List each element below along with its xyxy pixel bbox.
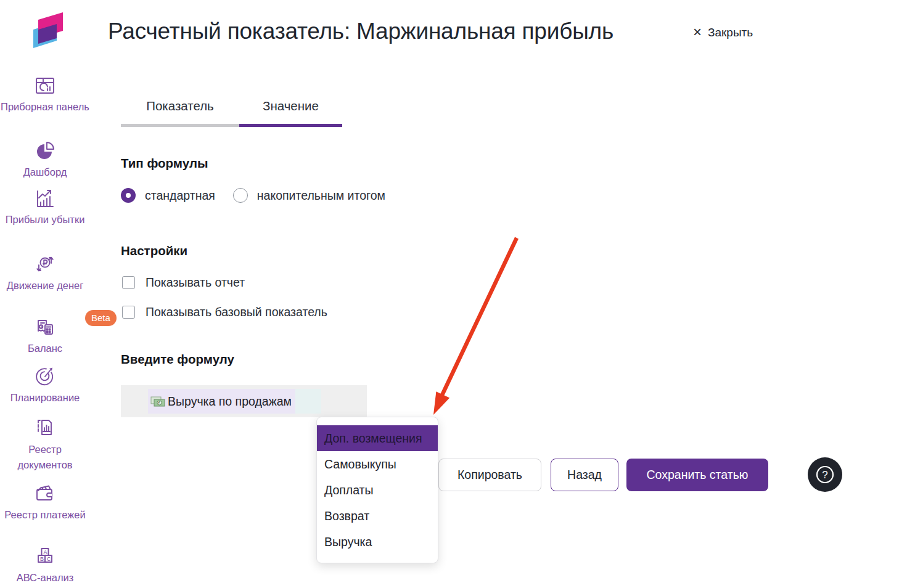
- sidebar-item-dashboard[interactable]: Дашборд: [0, 139, 90, 180]
- sidebar: Приборная панель Дашборд: [0, 0, 90, 588]
- radio-unselected-icon[interactable]: [233, 188, 248, 203]
- checkbox-icon[interactable]: [122, 306, 135, 319]
- help-button[interactable]: ?: [808, 457, 842, 492]
- dropdown-item-samovykupy[interactable]: Самовыкупы: [317, 451, 438, 477]
- dropdown-item-dop-vozmeshcheniya[interactable]: Доп. возмещения: [317, 425, 438, 451]
- beta-badge: Beta: [85, 310, 117, 326]
- formula-type-heading: Тип формулы: [121, 156, 208, 171]
- dropdown-item-vozvrat[interactable]: Возврат: [317, 503, 438, 529]
- tab-bar: Показатель Значение: [121, 99, 342, 127]
- svg-text:$: $: [40, 324, 43, 329]
- close-icon: ×: [693, 25, 702, 39]
- sidebar-item-label: АВС-анализ: [0, 570, 90, 586]
- sidebar-item-profit-loss[interactable]: Прибыли убытки: [0, 187, 90, 227]
- settings-heading: Настройки: [121, 243, 187, 258]
- checkbox-show-report[interactable]: Показывать отчет: [122, 276, 245, 290]
- abc-blocks-icon: А В С: [33, 545, 57, 568]
- sidebar-item-document-registry[interactable]: Реестр документов: [0, 417, 90, 473]
- sidebar-item-label: Прибыли убытки: [0, 212, 90, 227]
- radio-option-standard[interactable]: стандартная: [121, 188, 215, 203]
- formula-input[interactable]: € Выручка по продажам: [121, 385, 367, 417]
- page-title: Расчетный показатель: Маржинальная прибы…: [108, 18, 613, 44]
- dropdown-item-doplaty[interactable]: Доплаты: [317, 477, 438, 503]
- sidebar-item-balance[interactable]: $ Beta Баланс: [0, 316, 90, 356]
- sidebar-item-payment-registry[interactable]: Реестр платежей: [0, 482, 90, 523]
- radio-label: стандартная: [145, 189, 215, 203]
- app-logo[interactable]: [25, 10, 68, 51]
- sidebar-item-label: Планирование: [0, 390, 90, 406]
- svg-text:А: А: [44, 549, 47, 555]
- back-button[interactable]: Назад: [551, 459, 618, 491]
- formula-suggestions-dropdown: Доп. возмещения Самовыкупы Доплаты Возвр…: [316, 417, 438, 563]
- banknote-icon: €: [150, 395, 166, 408]
- dropdown-item-vyruchka[interactable]: Выручка: [317, 529, 438, 555]
- sidebar-item-label: Дашборд: [0, 165, 90, 180]
- document-registry-icon: [33, 417, 57, 440]
- sidebar-item-planning[interactable]: Планирование: [0, 365, 90, 406]
- save-article-button[interactable]: Сохранить статью: [626, 459, 768, 491]
- checkbox-label: Показывать базовый показатель: [146, 305, 327, 319]
- app-window: Приборная панель Дашборд: [0, 0, 915, 588]
- tab-indicator[interactable]: Показатель: [121, 99, 239, 127]
- question-icon: ?: [814, 463, 836, 486]
- close-label: Закрыть: [708, 25, 753, 41]
- annotation-arrow: [419, 229, 530, 427]
- enter-formula-heading: Введите формулу: [121, 352, 234, 367]
- svg-text:?: ?: [822, 469, 827, 481]
- formula-type-options: стандартная накопительным итогом: [121, 188, 385, 203]
- close-button[interactable]: × Закрыть: [693, 25, 753, 41]
- planning-target-icon: [33, 365, 57, 388]
- svg-text:С: С: [47, 556, 51, 562]
- checkbox-show-base-indicator[interactable]: Показывать базовый показатель: [122, 305, 327, 319]
- sidebar-item-label: Баланс: [0, 341, 90, 356]
- formula-chip-label: Выручка по продажам: [168, 394, 292, 409]
- checkbox-icon[interactable]: [122, 276, 135, 289]
- money-flow-icon: [33, 253, 57, 276]
- radio-label: накопительным итогом: [257, 189, 385, 203]
- formula-chip[interactable]: € Выручка по продажам: [148, 389, 295, 414]
- sidebar-item-label: Реестр платежей: [0, 507, 90, 523]
- payments-wallet-icon: [33, 482, 57, 505]
- tab-value[interactable]: Значение: [239, 99, 342, 127]
- checkbox-label: Показывать отчет: [146, 276, 245, 290]
- svg-text:€: €: [158, 401, 160, 405]
- logo-icon: [25, 10, 68, 51]
- profit-loss-chart-icon: [33, 187, 57, 210]
- sidebar-item-dashboard-panel[interactable]: Приборная панель: [0, 74, 90, 115]
- sidebar-item-abc-analysis[interactable]: А В С АВС-анализ: [0, 545, 90, 586]
- radio-option-cumulative[interactable]: накопительным итогом: [233, 188, 385, 203]
- copy-button[interactable]: Копировать: [438, 459, 541, 491]
- svg-text:В: В: [40, 556, 44, 562]
- sidebar-item-label: Реестр документов: [0, 442, 90, 473]
- balance-icon: $ Beta: [33, 316, 57, 339]
- formula-selection-block: [295, 389, 321, 414]
- sidebar-item-money-flow[interactable]: Движение денег: [0, 253, 90, 293]
- sidebar-item-label: Движение денег: [0, 278, 90, 293]
- radio-selected-icon[interactable]: [121, 188, 136, 203]
- pie-chart-icon: [33, 139, 57, 163]
- sidebar-item-label: Приборная панель: [0, 99, 90, 115]
- dashboard-panel-icon: [33, 74, 57, 97]
